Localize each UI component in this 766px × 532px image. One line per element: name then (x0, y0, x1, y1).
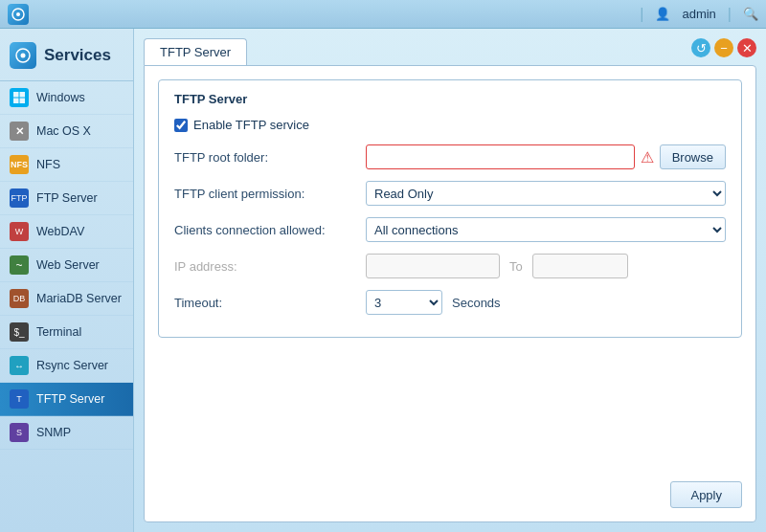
enable-checkbox-row: Enable TFTP service (174, 118, 726, 132)
macos-icon: ✕ (10, 122, 29, 141)
svg-rect-4 (13, 92, 19, 98)
titlebar-divider2: | (728, 6, 732, 23)
apply-button[interactable]: Apply (670, 481, 742, 508)
mariadb-icon: DB (10, 289, 29, 308)
titlebar: | 👤 admin | 🔍 (0, 0, 766, 29)
minimize-icon: − (720, 41, 728, 55)
connections-control: All connections Specific connections (366, 217, 726, 242)
ftp-icon: FTP (10, 188, 29, 208)
titlebar-left (8, 4, 29, 25)
sidebar-item-tftp-label: TFTP Server (36, 392, 104, 406)
ip-address-label: IP address: (174, 259, 366, 274)
window-controls: ↺ − ✕ (691, 38, 756, 57)
enable-tftp-label: Enable TFTP service (193, 118, 309, 132)
timeout-label: Timeout: (174, 296, 366, 310)
ip-from-input (366, 254, 500, 278)
client-permission-row: TFTP client permission: Read Only Read/W… (174, 180, 726, 207)
sidebar-item-webserver-label: Web Server (36, 258, 100, 272)
sidebar-item-tftp[interactable]: T TFTP Server (0, 383, 133, 416)
terminal-icon: $_ (10, 322, 29, 342)
connections-row: Clients connection allowed: All connecti… (174, 216, 726, 243)
settings-panel: TFTP Server Enable TFTP service TFTP roo… (144, 65, 756, 522)
sidebar-item-ftp-label: FTP Server (36, 191, 98, 205)
root-folder-control: ⚠ Browse (366, 144, 726, 169)
refresh-icon: ↺ (696, 41, 707, 55)
webserver-icon: ~ (10, 255, 29, 275)
webdav-icon: W (10, 222, 29, 241)
content-area: ↺ − ✕ TFTP Server TFTP Server Enable TF (134, 29, 766, 532)
sidebar: Services Windows ✕ Mac OS X NFS NFS FTP (0, 29, 134, 532)
titlebar-app-icon (8, 4, 29, 25)
svg-rect-7 (20, 99, 26, 104)
sidebar-item-macos-label: Mac OS X (36, 124, 91, 138)
sidebar-header-icon (10, 42, 36, 69)
sidebar-item-rsync-label: Rsync Server (36, 359, 108, 372)
root-folder-input[interactable] (366, 144, 635, 169)
sidebar-item-webdav-label: WebDAV (36, 225, 84, 238)
root-folder-label: TFTP root folder: (174, 150, 366, 165)
sidebar-header: Services (0, 29, 133, 81)
admin-label: admin (682, 7, 715, 21)
windows-icon (10, 88, 29, 107)
svg-point-3 (21, 54, 26, 58)
sidebar-item-terminal[interactable]: $_ Terminal (0, 316, 133, 349)
connections-label: Clients connection allowed: (174, 223, 366, 237)
sidebar-item-rsync[interactable]: ↔ Rsync Server (0, 349, 133, 383)
ip-address-row: IP address: To (174, 253, 726, 279)
enable-tftp-checkbox[interactable] (174, 119, 188, 132)
timeout-unit: Seconds (452, 296, 501, 310)
rsync-icon: ↔ (10, 356, 29, 375)
tab-tftp-label: TFTP Server (160, 45, 231, 59)
client-permission-select[interactable]: Read Only Read/Write (366, 181, 726, 206)
timeout-select[interactable]: 3 5 10 15 30 60 (366, 290, 442, 315)
connections-select[interactable]: All connections Specific connections (366, 217, 726, 242)
sidebar-item-webserver[interactable]: ~ Web Server (0, 249, 133, 282)
tftp-section-title: TFTP Server (174, 92, 726, 106)
sidebar-item-snmp-label: SNMP (36, 426, 71, 439)
ip-address-control: To (366, 254, 726, 278)
tftp-icon: T (10, 389, 29, 409)
browse-button[interactable]: Browse (660, 144, 726, 169)
sidebar-item-nfs[interactable]: NFS NFS (0, 148, 133, 182)
main-container: Services Windows ✕ Mac OS X NFS NFS FTP (0, 29, 766, 532)
sidebar-item-windows-label: Windows (36, 91, 85, 104)
error-icon: ⚠ (641, 148, 654, 166)
ip-to-label: To (506, 259, 527, 274)
client-permission-control: Read Only Read/Write (366, 181, 726, 206)
svg-rect-6 (13, 99, 19, 104)
ip-to-input (532, 254, 628, 278)
tab-tftp-server[interactable]: TFTP Server (144, 38, 247, 65)
sidebar-item-macos[interactable]: ✕ Mac OS X (0, 115, 133, 148)
close-button[interactable]: ✕ (737, 38, 756, 57)
sidebar-item-snmp[interactable]: S SNMP (0, 416, 133, 450)
svg-rect-5 (20, 92, 26, 98)
tftp-section: TFTP Server Enable TFTP service TFTP roo… (158, 79, 742, 338)
sidebar-item-mariadb-label: MariaDB Server (36, 292, 122, 305)
tab-bar: TFTP Server (144, 38, 756, 65)
nfs-icon: NFS (10, 155, 29, 174)
sidebar-item-terminal-label: Terminal (36, 325, 81, 339)
titlebar-right: | 👤 admin | 🔍 (640, 6, 758, 23)
root-folder-row: TFTP root folder: ⚠ Browse (174, 144, 726, 170)
sidebar-item-mariadb[interactable]: DB MariaDB Server (0, 282, 133, 316)
client-permission-label: TFTP client permission: (174, 187, 366, 201)
titlebar-divider: | (640, 6, 643, 23)
sidebar-item-nfs-label: NFS (36, 158, 60, 171)
search-icon[interactable]: 🔍 (743, 7, 758, 21)
sidebar-item-webdav[interactable]: W WebDAV (0, 215, 133, 249)
svg-point-1 (16, 12, 20, 16)
sidebar-item-windows[interactable]: Windows (0, 81, 133, 115)
timeout-control: 3 5 10 15 30 60 Seconds (366, 290, 726, 315)
refresh-button[interactable]: ↺ (691, 38, 710, 57)
minimize-button[interactable]: − (714, 38, 733, 57)
user-icon: 👤 (655, 7, 670, 21)
sidebar-item-ftp[interactable]: FTP FTP Server (0, 182, 133, 215)
close-icon: ✕ (742, 41, 753, 55)
sidebar-title: Services (44, 46, 111, 65)
timeout-row: Timeout: 3 5 10 15 30 60 Seconds (174, 289, 726, 316)
snmp-icon: S (10, 423, 29, 442)
